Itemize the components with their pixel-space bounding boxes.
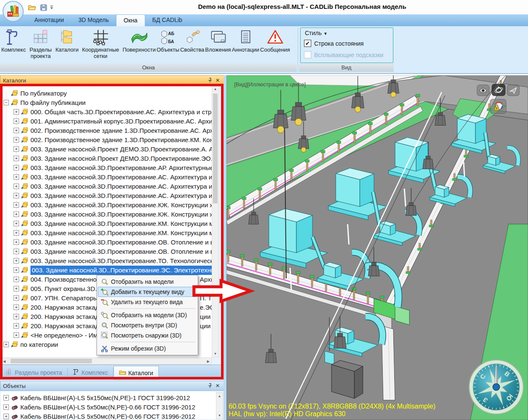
panel-splitter[interactable] xyxy=(224,75,227,420)
tree-expander-icon[interactable]: + xyxy=(14,118,19,124)
tree-expander-icon[interactable]: + xyxy=(14,184,19,189)
menu-item-Посмотреть внутри (3D)[interactable]: Посмотреть внутри (3D) xyxy=(98,320,197,330)
pin-icon[interactable] xyxy=(206,77,214,84)
menu-item-Посмотреть снаружи (3D)[interactable]: Посмотреть снаружи (3D) xyxy=(98,330,197,340)
menu-item-Добавить к текущему виду[interactable]: Добавить к текущему виду xyxy=(98,287,197,297)
tree-row[interactable]: +003. Здание насосной.3D.Проектирование.… xyxy=(1,173,212,182)
app-logo-icon[interactable] xyxy=(3,1,24,22)
tree-row[interactable]: +003. Здание насосной.3D.Проектирование.… xyxy=(1,238,212,247)
tree-expander-icon[interactable]: + xyxy=(14,193,19,198)
tree-row[interactable]: −По файлу публикации xyxy=(1,98,212,107)
3d-scene[interactable]: СВЮЗ xyxy=(227,75,528,420)
tab-Аннотации[interactable]: Аннотации xyxy=(27,14,71,26)
ribbon-button-Комплекс[interactable]: Комплекс xyxy=(1,27,26,54)
panel-tab-Разделы проекта[interactable]: Разделы проекта xyxy=(1,365,67,380)
ribbon-button-Поверхности[interactable]: Поверхности xyxy=(122,27,156,54)
tree-expander-icon[interactable]: + xyxy=(3,395,9,401)
tree-row[interactable]: +003. Здание насосной.3D.Проектирование.… xyxy=(1,219,212,228)
tree-expander-icon[interactable]: + xyxy=(14,202,19,208)
scroll-left-icon[interactable]: ◀ xyxy=(3,360,6,363)
tree-expander-icon[interactable]: + xyxy=(14,305,19,310)
scroll-down-icon[interactable]: ▼ xyxy=(216,414,223,417)
tree-expander-icon[interactable]: + xyxy=(14,156,19,161)
tree-expander-icon[interactable]: + xyxy=(14,230,19,236)
toolbar-options-icon[interactable] xyxy=(48,2,55,12)
tree-vscrollbar[interactable]: ▲ ▼ xyxy=(212,85,219,357)
scroll-right-icon[interactable]: ▶ xyxy=(207,360,210,363)
ribbon-button-Разделы проекта[interactable]: Разделы проекта xyxy=(26,27,55,60)
tree-expander-icon[interactable]: + xyxy=(14,174,19,180)
tree-expander-icon[interactable]: + xyxy=(14,221,19,226)
tree-hscrollbar[interactable]: ◀ ▶ xyxy=(1,357,212,365)
ribbon-button-Объекты[interactable]: АББАОбъекты xyxy=(156,27,180,54)
tree-expander-icon[interactable]: + xyxy=(14,137,19,143)
eye-button[interactable] xyxy=(477,85,489,96)
tree-expander-icon[interactable]: + xyxy=(14,258,19,264)
save-icon[interactable] xyxy=(38,2,49,12)
3d-viewport[interactable]: СВЮЗ [Вид][Иллюстрация в цвете] 60.03 fp… xyxy=(227,75,528,420)
tree-row[interactable]: +003. Здание насосной.3D.Проектирование.… xyxy=(1,256,212,266)
tree-expander-icon[interactable]: + xyxy=(14,109,19,115)
tree-row[interactable]: +003. Здание насосной.3D.Проектирование.… xyxy=(1,182,212,191)
checkbox-unchecked-icon[interactable] xyxy=(304,51,311,58)
fly-button[interactable] xyxy=(507,85,520,96)
tree-expander-icon[interactable]: + xyxy=(14,314,19,319)
tree-row[interactable]: +003. Здание насосной.3D.Проектирование.… xyxy=(1,191,212,200)
ribbon-button-Свойства[interactable]: Свойства xyxy=(180,27,205,54)
panel-tab-Комплекс[interactable]: Комплекс xyxy=(68,365,113,380)
tab-Окна[interactable]: Окна xyxy=(116,14,145,26)
style-dropdown[interactable]: Стиль ▼ xyxy=(305,30,328,36)
tree-row[interactable]: +001. Административный корпус.3D.Проекти… xyxy=(1,117,212,126)
checkbox-row-Строка состояния[interactable]: ✔Строка состояния xyxy=(304,40,364,47)
tree-row[interactable]: +003. Здание насосной.3D.Проектирование.… xyxy=(1,163,212,173)
tree-expander-icon[interactable]: + xyxy=(14,249,19,254)
tree-row[interactable]: +003. Здание насосной.3D..Проектирование… xyxy=(1,266,212,275)
orbit-button[interactable] xyxy=(492,84,506,96)
tree-expander-icon[interactable]: + xyxy=(14,146,19,152)
ribbon-button-Каталоги[interactable]: Каталоги xyxy=(55,27,79,54)
pin-icon[interactable] xyxy=(206,382,214,390)
ribbon-button-Сообщения[interactable]: Сообщения xyxy=(260,27,290,54)
tree-expander-icon[interactable]: + xyxy=(14,332,19,338)
scroll-down-icon[interactable]: ▼ xyxy=(212,352,218,356)
tree-expander-icon[interactable]: + xyxy=(3,342,9,347)
tree-expander-icon[interactable]: + xyxy=(14,128,19,133)
tree-row[interactable]: +000. Общая часть.3D.Проектирование.АС. … xyxy=(1,107,212,117)
menu-item-Режим обрезки (3D)[interactable]: Режим обрезки (3D) xyxy=(98,343,197,354)
tree-row[interactable]: +002. Производственное здание 1.3D.Проек… xyxy=(1,126,212,135)
tab-3D Модель[interactable]: 3D Модель xyxy=(71,14,116,26)
scroll-up-icon[interactable]: ▲ xyxy=(212,87,218,91)
checkbox-row-Всплывающие подсказки[interactable]: Всплывающие подсказки xyxy=(304,51,383,58)
tab-БД CADLib[interactable]: БД CADLib xyxy=(145,14,190,26)
tree-expander-icon[interactable]: + xyxy=(14,286,19,291)
menu-item-Удалить из текущего вида[interactable]: Удалить из текущего вида xyxy=(98,297,197,307)
menu-item-Отобразить на модели (3D)[interactable]: Отобразить на модели (3D) xyxy=(98,310,197,320)
open-icon[interactable] xyxy=(26,2,37,12)
tree-expander-icon[interactable]: + xyxy=(14,277,19,282)
objects-vscrollbar[interactable]: ▲ ▼ xyxy=(216,393,223,419)
close-icon[interactable]: ✕ xyxy=(214,382,221,390)
tree-row[interactable]: +003. Здание насосной.Проект ДЕМО.3D.Про… xyxy=(1,145,212,154)
tree-expander-icon[interactable]: + xyxy=(14,165,19,170)
tree-expander-icon[interactable]: − xyxy=(3,100,9,105)
tree-expander-icon[interactable]: + xyxy=(14,211,19,217)
menu-item-Отобразить на модели[interactable]: Отобразить на модели xyxy=(98,277,197,287)
tree-expander-icon[interactable]: + xyxy=(3,414,9,419)
tree-expander-icon[interactable]: + xyxy=(14,295,19,301)
tree-expander-icon[interactable]: + xyxy=(3,404,9,410)
close-icon[interactable]: ✕ xyxy=(214,77,221,84)
tree-expander-icon[interactable]: + xyxy=(14,239,19,245)
tree-expander-icon[interactable]: + xyxy=(14,323,19,329)
tree-row[interactable]: +003. Здание насосной.3D.Проектирование.… xyxy=(1,200,212,210)
lock-view-button[interactable] xyxy=(490,99,506,114)
tree-expander-icon[interactable]: + xyxy=(14,267,19,273)
tree-hscroll-thumb[interactable] xyxy=(11,359,92,363)
tree-vscroll-thumb[interactable] xyxy=(213,93,218,203)
tree-row[interactable]: По публикатору xyxy=(1,89,212,98)
scroll-up-icon[interactable]: ▲ xyxy=(216,394,223,398)
checkbox-checked-icon[interactable]: ✔ xyxy=(304,40,311,47)
ribbon-button-Координатные сетки[interactable]: Координатные сетки xyxy=(79,27,122,60)
ribbon-button-Вложения[interactable]: Вложения xyxy=(205,27,231,54)
tree-row[interactable]: +003. Здание насосной.3D.Проектирование.… xyxy=(1,210,212,219)
tree-row[interactable]: +003. Здание насосной.Проект ДЕМО.3D.Про… xyxy=(1,154,212,163)
